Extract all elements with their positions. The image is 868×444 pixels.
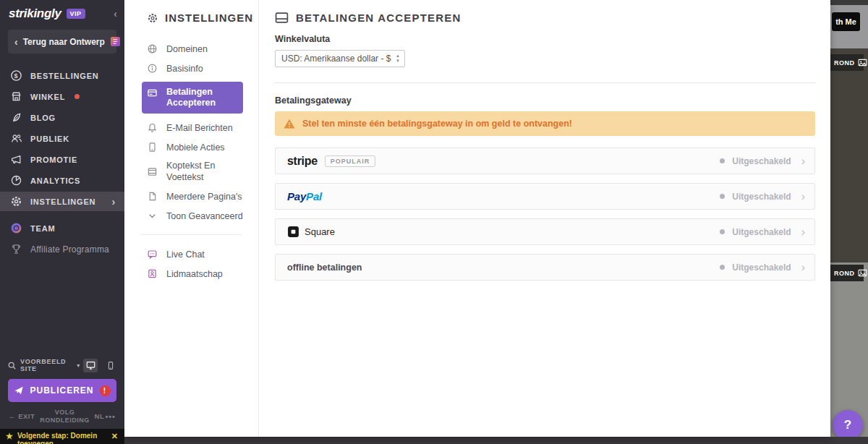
- settings-item-koptekst-voettekst[interactable]: Koptekst En Voettekst: [147, 157, 241, 187]
- sidebar-item-publiek[interactable]: PUBLIEK: [0, 128, 124, 149]
- sidebar-item-label: PROMOTIE: [30, 155, 77, 164]
- warning-triangle-icon: [284, 119, 295, 129]
- gateway-row-stripe[interactable]: stripe POPULAIR Uitgeschakeld ›: [275, 148, 815, 174]
- select-stepper-icon: ▲ ▼: [396, 54, 400, 64]
- collapse-sidebar-icon[interactable]: ‹: [114, 9, 117, 19]
- settings-item-lidmaatschap[interactable]: Lidmaatschap: [147, 264, 258, 283]
- sidebar-item-label: Affiliate Programma: [30, 244, 109, 255]
- image-icon: [858, 59, 867, 67]
- sidebar-bottom: VOORBEELD SITE ▾ PUBLICEREN ! ← EXIT VOL…: [0, 358, 124, 444]
- settings-item-live-chat[interactable]: Live Chat: [147, 244, 258, 264]
- back-to-editor-label: Terug naar Ontwerp: [23, 37, 105, 47]
- chevron-right-icon: ›: [801, 155, 805, 167]
- chat-bubble-icon: [147, 249, 158, 260]
- pie-chart-icon: [10, 174, 22, 187]
- publish-button[interactable]: PUBLICEREN !: [8, 379, 116, 402]
- preview-top-bar: [830, 0, 868, 5]
- back-to-editor-button[interactable]: ‹ Terug naar Ontwerp: [8, 30, 116, 54]
- help-button[interactable]: ?: [833, 410, 863, 440]
- sidebar-item-blog[interactable]: BLOG: [0, 107, 124, 128]
- sidebar-item-team[interactable]: TEAM: [0, 218, 124, 239]
- background-edit-badge[interactable]: ROND: [830, 54, 864, 71]
- settings-panel: INSTELLINGEN Domeinen Basisinfo Betaling…: [124, 0, 830, 437]
- settings-item-betalingen-accepteren[interactable]: Betalingen Accepteren: [142, 82, 243, 114]
- credit-card-icon: [147, 87, 158, 98]
- desktop-preview-button[interactable]: [83, 359, 98, 372]
- caret-down-icon: ▾: [77, 362, 80, 369]
- currency-selected-value: USD: Amerikaanse dollar - $: [281, 54, 391, 64]
- currency-select[interactable]: USD: Amerikaanse dollar - $ ▲ ▼: [275, 50, 405, 67]
- popular-badge: POPULAIR: [325, 155, 376, 167]
- next-step-banner: ★ Volgende stap: Domein toevoegen ✕: [0, 429, 124, 444]
- sidebar-item-instellingen[interactable]: INSTELLINGEN ›: [0, 192, 124, 211]
- chevron-right-icon: ›: [112, 196, 116, 208]
- stripe-logo: stripe: [287, 155, 318, 168]
- sidebar-item-bestellingen[interactable]: $ BESTELLINGEN: [0, 65, 124, 86]
- site-thumbnail-icon: [110, 36, 121, 47]
- sidebar-item-label: PUBLIEK: [30, 135, 69, 143]
- settings-item-domeinen[interactable]: Domeinen: [147, 39, 258, 59]
- paypal-logo: PayPal: [287, 190, 322, 203]
- notification-dot: [75, 94, 80, 99]
- sidebar-item-affiliate[interactable]: Affiliate Programma: [0, 239, 124, 260]
- publish-alert-badge: !: [100, 385, 111, 396]
- sidebar-item-label: ANALYTICS: [30, 176, 80, 185]
- chevron-right-icon: ›: [801, 226, 805, 238]
- main-content: BETALINGEN ACCEPTEREN Winkelvaluta USD: …: [259, 0, 830, 437]
- settings-item-mobiele-acties[interactable]: Mobiele Acties: [147, 137, 258, 157]
- section-divider: [275, 82, 815, 83]
- square-logo-label: Square: [305, 226, 335, 237]
- status-dot: [720, 229, 725, 234]
- star-icon: ★: [6, 432, 13, 444]
- settings-menu: INSTELLINGEN Domeinen Basisinfo Betaling…: [124, 0, 259, 437]
- payments-icon: [275, 12, 289, 24]
- mobile-preview-button[interactable]: [106, 360, 116, 371]
- sidebar-item-label: BLOG: [30, 114, 56, 122]
- exit-button[interactable]: ← EXIT: [9, 412, 35, 420]
- settings-item-label: Lidmaatschap: [166, 269, 223, 279]
- vip-badge: VIP: [67, 9, 85, 19]
- pages-icon: [147, 191, 158, 202]
- page-title-row: BETALINGEN ACCEPTEREN: [275, 12, 815, 24]
- preview-cta-button[interactable]: th Me: [832, 12, 860, 31]
- settings-item-label: Koptekst En Voettekst: [166, 161, 241, 183]
- gateway-row-offline[interactable]: offline betalingen Uitgeschakeld ›: [275, 254, 815, 281]
- language-button[interactable]: NL: [95, 412, 105, 420]
- image-icon: [858, 269, 867, 277]
- member-badge-icon: [147, 268, 158, 279]
- settings-item-meerdere-paginas[interactable]: Meerdere Pagina's: [147, 187, 258, 206]
- settings-item-label: Meerdere Pagina's: [166, 192, 242, 202]
- settings-menu-title: INSTELLINGEN: [165, 12, 253, 24]
- settings-item-email-berichten[interactable]: E-Mail Berichten: [147, 118, 258, 137]
- page-title: BETALINGEN ACCEPTEREN: [296, 12, 461, 24]
- trophy-icon: [10, 243, 22, 255]
- sidebar-item-promotie[interactable]: PROMOTIE: [0, 149, 124, 170]
- gateway-row-square[interactable]: Square Uitgeschakeld ›: [275, 218, 815, 245]
- settings-item-basisinfo[interactable]: Basisinfo: [147, 59, 258, 78]
- follow-tour-button[interactable]: VOLG RONDLEIDING: [35, 409, 93, 424]
- team-icon: [10, 222, 22, 234]
- more-options-icon[interactable]: •••: [105, 412, 116, 421]
- people-icon: [10, 132, 22, 145]
- sidebar-item-winkel[interactable]: WINKEL: [0, 86, 124, 107]
- settings-item-toon-geavanceerd[interactable]: Toon Geavanceerd: [147, 206, 258, 226]
- search-icon: [7, 361, 17, 370]
- settings-item-label: Betalingen Accepteren: [166, 87, 237, 108]
- megaphone-icon: [10, 153, 22, 166]
- menu-divider: [142, 234, 242, 235]
- status-label: Uitgeschakeld: [732, 227, 791, 237]
- next-step-text: Volgende stap: Domein toevoegen: [17, 432, 107, 444]
- square-logo-icon: [287, 226, 299, 238]
- background-edit-badge-2[interactable]: ROND: [830, 265, 864, 281]
- tour-row: ← EXIT VOLG RONDLEIDING NL •••: [0, 409, 124, 429]
- chevron-left-icon: ‹: [14, 36, 18, 48]
- bell-icon: [147, 122, 158, 133]
- background-badge-label: ROND: [834, 270, 855, 277]
- sidebar-item-analytics[interactable]: ANALYTICS: [0, 170, 124, 191]
- gateway-row-paypal[interactable]: PayPal Uitgeschakeld ›: [275, 183, 815, 210]
- settings-item-label: E-Mail Berichten: [166, 123, 233, 133]
- close-icon[interactable]: ✕: [111, 432, 118, 444]
- strikingly-logo: strikingly: [9, 7, 61, 21]
- chevron-right-icon: ›: [801, 191, 805, 202]
- preview-site-label[interactable]: VOORBEELD SITE: [20, 358, 73, 372]
